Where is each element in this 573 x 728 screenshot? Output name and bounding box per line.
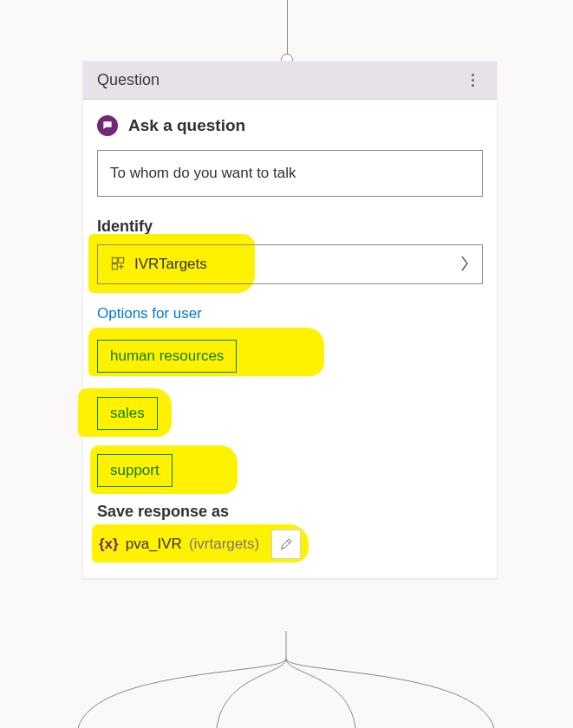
variable-display[interactable]: {x} pva_IVR (ivrtargets) bbox=[97, 532, 264, 556]
svg-rect-5 bbox=[112, 263, 117, 269]
svg-point-2 bbox=[109, 124, 110, 125]
card-header: Question bbox=[83, 62, 497, 100]
svg-rect-4 bbox=[119, 257, 124, 263]
svg-rect-3 bbox=[112, 257, 117, 263]
card-body: Ask a question To whom do you want to ta… bbox=[83, 100, 497, 578]
variable-icon: {x} bbox=[99, 536, 119, 553]
branch-connectors bbox=[0, 631, 573, 728]
save-response-label: Save response as bbox=[97, 503, 483, 521]
chevron-right-icon bbox=[459, 255, 470, 275]
question-text-input[interactable]: To whom do you want to talk bbox=[97, 150, 483, 197]
chat-icon bbox=[97, 115, 118, 136]
svg-point-0 bbox=[105, 124, 106, 125]
variable-type: (ivrtargets) bbox=[189, 536, 259, 553]
edit-variable-button[interactable] bbox=[271, 530, 301, 559]
ask-question-label: Ask a question bbox=[128, 116, 245, 135]
identify-label: Identify bbox=[97, 218, 483, 236]
connector-line-top bbox=[287, 0, 288, 59]
variable-row: {x} pva_IVR (ivrtargets) bbox=[97, 530, 483, 559]
identify-entity-name: IVRTargets bbox=[134, 256, 459, 273]
entity-icon bbox=[110, 256, 126, 274]
option-chips-container: human resources sales support bbox=[97, 340, 483, 487]
option-chip[interactable]: sales bbox=[97, 397, 158, 430]
ask-question-row: Ask a question bbox=[97, 115, 483, 136]
svg-point-1 bbox=[107, 124, 107, 125]
node-type-label: Question bbox=[97, 71, 160, 89]
options-for-user-link[interactable]: Options for user bbox=[97, 305, 202, 322]
identify-entity-selector[interactable]: IVRTargets bbox=[97, 244, 483, 284]
more-options-button[interactable] bbox=[462, 70, 483, 91]
option-chip[interactable]: human resources bbox=[97, 340, 237, 373]
option-chip[interactable]: support bbox=[97, 454, 173, 487]
variable-name: pva_IVR bbox=[126, 536, 182, 553]
question-node-card: Question Ask a question To whom do you w… bbox=[82, 61, 498, 579]
